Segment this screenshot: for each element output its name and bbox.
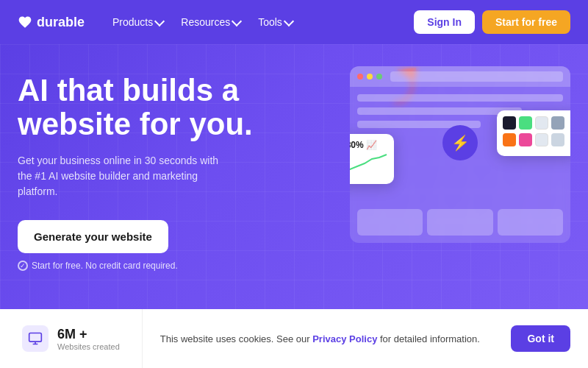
hero-right: ⚡	[268, 59, 570, 309]
dot-green	[376, 74, 382, 79]
nav-item-products[interactable]: Products	[105, 12, 171, 32]
chevron-down-icon	[232, 15, 242, 26]
grid-cell-2	[427, 209, 492, 236]
swatch-pink	[519, 133, 532, 146]
cookie-text: This website uses cookies. See our Priva…	[160, 333, 480, 344]
feature-icon: ⚡	[442, 125, 478, 160]
color-picker-card	[497, 110, 570, 156]
color-row-1	[503, 116, 570, 130]
swatch-lightgray	[551, 133, 564, 146]
got-it-button[interactable]: Got it	[511, 325, 570, 352]
content-bar-1	[357, 94, 563, 102]
nav-links: Products Resources Tools	[105, 12, 414, 32]
url-bar	[390, 71, 563, 82]
chevron-down-icon	[154, 15, 165, 26]
dot-yellow	[367, 74, 373, 79]
swatch-light2	[535, 133, 548, 146]
swatch-dark	[503, 116, 516, 130]
hero-left: AI that builds a website for you. Get yo…	[18, 59, 268, 309]
color-row-2	[503, 133, 570, 146]
stat-text: 6M + Websites created	[57, 327, 120, 351]
logo[interactable]: durable	[18, 15, 85, 30]
start-button[interactable]: Start for free	[482, 10, 570, 34]
check-icon: ✓	[18, 261, 28, 271]
nav-item-resources[interactable]: Resources	[173, 12, 248, 32]
logo-text: durable	[37, 15, 85, 30]
swatch-light	[535, 116, 548, 130]
nav-item-tools[interactable]: Tools	[251, 12, 300, 32]
hero-subtitle: Get your business online in 30 seconds w…	[18, 153, 223, 199]
dot-red	[357, 74, 363, 79]
stat-block: 6M + Websites created	[0, 309, 143, 368]
navbar: durable Products Resources Tools Sign In…	[0, 0, 588, 44]
hero-section: AI that builds a website for you. Get yo…	[0, 44, 588, 309]
signin-button[interactable]: Sign In	[414, 10, 475, 34]
stats-card: 180% 📈	[350, 134, 394, 184]
nav-actions: Sign In Start for free	[414, 10, 570, 34]
generate-button[interactable]: Generate your website	[18, 220, 168, 253]
stat-label: Websites created	[57, 342, 120, 351]
content-grid	[357, 209, 563, 236]
grid-cell-1	[357, 209, 423, 236]
browser-bar	[350, 66, 570, 87]
chevron-down-icon	[284, 15, 294, 26]
svg-rect-1	[29, 333, 42, 342]
swatch-orange	[503, 133, 516, 146]
stat-number: 6M +	[57, 327, 120, 342]
lightning-icon: ⚡	[451, 134, 470, 152]
stat-icon	[22, 325, 49, 352]
hero-title: AI that builds a website for you.	[18, 74, 268, 141]
stats-percent: 180% 📈	[350, 140, 388, 150]
bottom-bar: 6M + Websites created This website uses …	[0, 309, 588, 368]
grid-cell-3	[498, 209, 563, 236]
swatch-green	[519, 116, 532, 130]
privacy-policy-link[interactable]: Privacy Policy	[312, 333, 377, 344]
free-note: ✓ Start for free. No credit card require…	[18, 261, 268, 271]
stats-chart	[350, 153, 388, 175]
swatch-gray	[551, 116, 564, 130]
browser-mockup: ⚡	[350, 66, 570, 243]
cookie-banner: This website uses cookies. See our Priva…	[143, 325, 588, 352]
